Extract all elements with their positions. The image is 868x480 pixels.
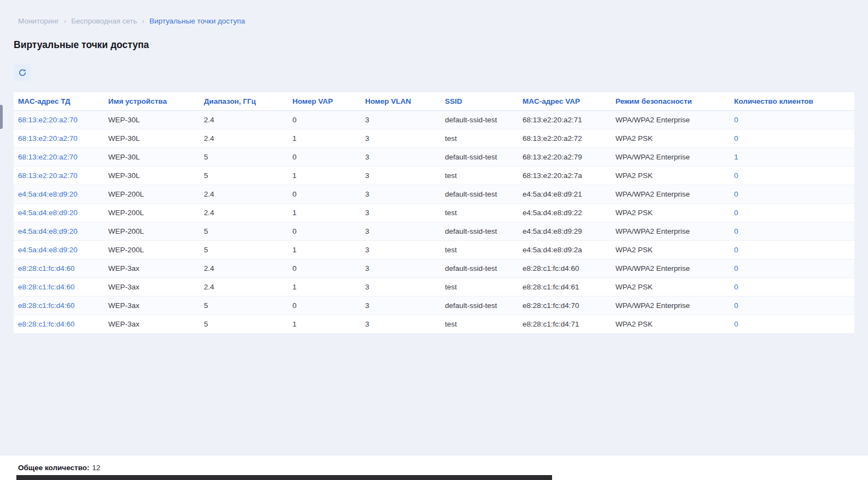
cell-mac_ap[interactable]: e8:28:c1:fc:d4:60: [14, 315, 104, 334]
cell-client_count[interactable]: 0: [730, 278, 854, 297]
cell-band_ghz: 2.4: [200, 111, 288, 129]
cell-vlan_number: 3: [361, 148, 441, 167]
table-row: e8:28:c1:fc:d4:60WEP-3ax2.403default-ssi…: [14, 259, 854, 278]
cell-mac_ap[interactable]: e4:5a:d4:e8:d9:20: [14, 241, 104, 259]
cell-vap_number: 1: [288, 315, 361, 334]
cell-band_ghz: 5: [200, 241, 288, 259]
cell-device_name: WEP-30L: [104, 111, 200, 129]
cell-vlan_number: 3: [361, 297, 441, 315]
column-header-client_count[interactable]: Количество клиентов: [730, 92, 854, 111]
cell-security_mode: WPA2 PSK: [611, 241, 730, 259]
column-header-band_ghz[interactable]: Диапазон, ГГц: [200, 92, 288, 111]
cell-device_name: WEP-3ax: [104, 297, 200, 315]
cell-mac_ap[interactable]: 68:13:e2:20:a2:70: [14, 129, 104, 148]
vap-table-body: 68:13:e2:20:a2:70WEP-30L2.403default-ssi…: [14, 111, 854, 334]
cell-mac_vap: e4:5a:d4:e8:d9:29: [518, 222, 611, 241]
cell-client_count[interactable]: 1: [730, 148, 854, 167]
breadcrumb-item-2[interactable]: Беспроводная сеть: [71, 17, 137, 25]
column-header-mac_ap[interactable]: MAC-адрес ТД: [14, 92, 104, 111]
cell-vlan_number: 3: [361, 111, 441, 129]
cell-vap_number: 0: [288, 111, 361, 129]
cell-ssid: test: [441, 241, 518, 259]
cell-mac_ap[interactable]: e4:5a:d4:e8:d9:20: [14, 204, 104, 222]
cell-ssid: default-ssid-test: [441, 111, 518, 129]
table-row: 68:13:e2:20:a2:70WEP-30L513test68:13:e2:…: [14, 167, 854, 185]
cell-band_ghz: 5: [200, 167, 288, 185]
cell-mac_vap: 68:13:e2:20:a2:72: [518, 129, 611, 148]
column-header-security_mode[interactable]: Режим безопасности: [611, 92, 730, 111]
cell-ssid: test: [441, 315, 518, 334]
cell-mac_vap: 68:13:e2:20:a2:71: [518, 111, 611, 129]
cell-client_count[interactable]: 0: [730, 167, 854, 185]
cell-client_count[interactable]: 0: [730, 204, 854, 222]
bottom-dark-strip: [16, 475, 552, 480]
cell-client_count[interactable]: 0: [730, 129, 854, 148]
breadcrumb-separator: ›: [64, 17, 66, 25]
cell-vap_number: 0: [288, 259, 361, 278]
cell-vap_number: 0: [288, 222, 361, 241]
cell-device_name: WEP-30L: [104, 148, 200, 167]
breadcrumb-item-1[interactable]: Мониторинг: [18, 17, 59, 25]
cell-security_mode: WPA/WPA2 Enterprise: [611, 222, 730, 241]
cell-vlan_number: 3: [361, 315, 441, 334]
table-row: e4:5a:d4:e8:d9:20WEP-200L2.403default-ss…: [14, 185, 854, 204]
cell-client_count[interactable]: 0: [730, 241, 854, 259]
total-count-value: 12: [92, 464, 101, 472]
cell-client_count[interactable]: 0: [730, 222, 854, 241]
cell-mac_ap[interactable]: e4:5a:d4:e8:d9:20: [14, 185, 104, 204]
cell-mac_ap[interactable]: 68:13:e2:20:a2:70: [14, 167, 104, 185]
cell-mac_vap: e8:28:c1:fc:d4:61: [518, 278, 611, 297]
breadcrumb: Мониторинг›Беспроводная сеть›Виртуальные…: [0, 0, 868, 25]
column-header-vlan_number[interactable]: Номер VLAN: [361, 92, 441, 111]
cell-ssid: default-ssid-test: [441, 185, 518, 204]
table-row: 68:13:e2:20:a2:70WEP-30L503default-ssid-…: [14, 148, 854, 167]
table-row: e8:28:c1:fc:d4:60WEP-3ax513teste8:28:c1:…: [14, 315, 854, 334]
refresh-button[interactable]: [14, 64, 31, 81]
cell-mac_vap: e8:28:c1:fc:d4:71: [518, 315, 611, 334]
cell-device_name: WEP-30L: [104, 129, 200, 148]
column-header-vap_number[interactable]: Номер VAP: [288, 92, 361, 111]
cell-device_name: WEP-200L: [104, 204, 200, 222]
cell-device_name: WEP-3ax: [104, 278, 200, 297]
table-row: e4:5a:d4:e8:d9:20WEP-200L513teste4:5a:d4…: [14, 241, 854, 259]
cell-band_ghz: 2.4: [200, 185, 288, 204]
cell-security_mode: WPA2 PSK: [611, 278, 730, 297]
cell-mac_ap[interactable]: e8:28:c1:fc:d4:60: [14, 278, 104, 297]
breadcrumb-item-3[interactable]: Виртуальные точки доступа: [149, 17, 245, 25]
cell-band_ghz: 2.4: [200, 259, 288, 278]
cell-mac_ap[interactable]: 68:13:e2:20:a2:70: [14, 148, 104, 167]
table-row: e8:28:c1:fc:d4:60WEP-3ax2.413teste8:28:c…: [14, 278, 854, 297]
column-header-device_name[interactable]: Имя устройства: [104, 92, 200, 111]
sidebar-edge-handle[interactable]: [0, 105, 3, 129]
cell-vlan_number: 3: [361, 167, 441, 185]
cell-vlan_number: 3: [361, 241, 441, 259]
cell-mac_vap: e4:5a:d4:e8:d9:22: [518, 204, 611, 222]
cell-client_count[interactable]: 0: [730, 111, 854, 129]
cell-mac_ap[interactable]: 68:13:e2:20:a2:70: [14, 111, 104, 129]
toolbar: [14, 64, 868, 81]
cell-security_mode: WPA/WPA2 Enterprise: [611, 111, 730, 129]
cell-mac_ap[interactable]: e8:28:c1:fc:d4:60: [14, 297, 104, 315]
cell-band_ghz: 5: [200, 297, 288, 315]
cell-security_mode: WPA/WPA2 Enterprise: [611, 297, 730, 315]
cell-mac_ap[interactable]: e8:28:c1:fc:d4:60: [14, 259, 104, 278]
total-count-label: Общее количество:: [18, 464, 90, 472]
column-header-mac_vap[interactable]: MAC-адрес VAP: [518, 92, 611, 111]
cell-vap_number: 1: [288, 241, 361, 259]
cell-vap_number: 0: [288, 148, 361, 167]
cell-client_count[interactable]: 0: [730, 297, 854, 315]
cell-mac_ap[interactable]: e4:5a:d4:e8:d9:20: [14, 222, 104, 241]
cell-band_ghz: 2.4: [200, 204, 288, 222]
cell-device_name: WEP-200L: [104, 222, 200, 241]
cell-vap_number: 1: [288, 129, 361, 148]
cell-client_count[interactable]: 0: [730, 259, 854, 278]
cell-vlan_number: 3: [361, 185, 441, 204]
cell-ssid: test: [441, 167, 518, 185]
cell-ssid: default-ssid-test: [441, 297, 518, 315]
cell-client_count[interactable]: 0: [730, 315, 854, 334]
column-header-ssid[interactable]: SSID: [441, 92, 518, 111]
cell-mac_vap: e8:28:c1:fc:d4:60: [518, 259, 611, 278]
cell-client_count[interactable]: 0: [730, 185, 854, 204]
cell-security_mode: WPA/WPA2 Enterprise: [611, 148, 730, 167]
cell-vap_number: 0: [288, 185, 361, 204]
